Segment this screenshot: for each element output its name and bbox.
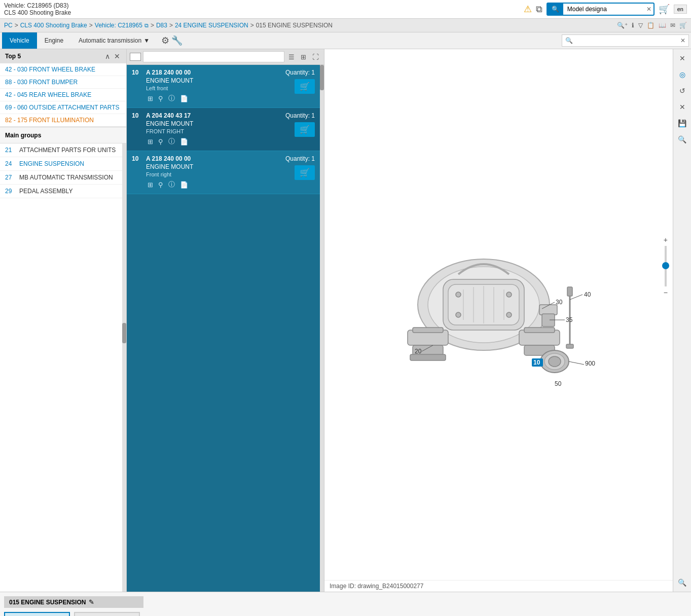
svg-text:10: 10	[533, 359, 540, 366]
breadcrumb-model[interactable]: CLS 400 Shooting Brake	[20, 22, 87, 29]
top5-item-1[interactable]: 88 - 030 FRONT BUMPER	[0, 76, 126, 89]
sidebar: Top 5 ∧ ✕ 42 - 030 FRONT WHEEL BRAKE 88 …	[0, 49, 127, 592]
part-cart-btn-0[interactable]: 🛒	[295, 79, 315, 94]
vehicle-copy-icon[interactable]: ⧉	[144, 22, 149, 29]
part-info-icon-0[interactable]: ⓘ	[167, 93, 176, 103]
parts-list-view-btn[interactable]: ☰	[286, 52, 297, 62]
breadcrumb-cart-icon[interactable]: 🛒	[679, 22, 687, 29]
group-item-21[interactable]: 21 ATTACHMENT PARTS FOR UNITS	[0, 143, 126, 157]
breadcrumb-vehicle[interactable]: Vehicle: C218965	[95, 22, 142, 29]
part-info-icon-2[interactable]: ⓘ	[167, 179, 176, 190]
cart-icon[interactable]: 🛒	[659, 4, 670, 15]
copy-icon[interactable]: ⧉	[536, 4, 542, 15]
part-link-icon-2[interactable]: ⚲	[157, 180, 165, 189]
info-icon[interactable]: ℹ	[632, 22, 634, 29]
breadcrumb-engine-suspension[interactable]: 24 ENGINE SUSPENSION	[175, 22, 248, 29]
parts-list-container: 10 A 218 240 00 00 ENGINE MOUNT Left fro…	[127, 65, 324, 592]
bottom-edit-btn[interactable]: ✎	[89, 598, 94, 606]
tab-engine[interactable]: Engine	[37, 32, 71, 49]
top5-close-btn[interactable]: ✕	[113, 52, 121, 60]
save-tool-btn[interactable]: 💾	[676, 117, 688, 129]
app-header: Vehicle: C218965 (D83) CLS 400 Shooting …	[0, 0, 691, 19]
tab-automatic-transmission[interactable]: Automatic transmission ▼	[71, 32, 157, 49]
settings-icon[interactable]: ⚙	[161, 35, 169, 46]
zoom-minus-tool-btn[interactable]: 🔍	[676, 576, 688, 589]
sidebar-scrollbar-thumb	[122, 323, 126, 343]
cross-tool-btn[interactable]: ✕	[677, 101, 687, 113]
zoom-plus-tool-btn[interactable]: 🔍	[676, 133, 688, 146]
top5-collapse-btn[interactable]: ∧	[104, 52, 111, 60]
language-badge[interactable]: en	[674, 5, 687, 14]
zoom-handle[interactable]	[662, 262, 669, 269]
search-input[interactable]	[563, 4, 644, 15]
thumbnail-0[interactable]	[4, 612, 70, 616]
svg-text:40: 40	[584, 291, 591, 298]
breadcrumb-current: 015 ENGINE SUSPENSION	[256, 22, 333, 29]
sidebar-group-scroll: 21 ATTACHMENT PARTS FOR UNITS 24 ENGINE …	[0, 143, 126, 592]
group-item-29[interactable]: 29 PEDAL ASSEMBLY	[0, 185, 126, 198]
part-table-icon-1[interactable]: ⊞	[146, 137, 155, 146]
breadcrumb-d83[interactable]: D83	[156, 22, 167, 29]
top5-item-4[interactable]: 82 - 175 FRONT ILLUMINATION	[0, 114, 126, 127]
part-row-0: 10 A 218 240 00 00 ENGINE MOUNT Left fro…	[127, 65, 320, 108]
part-row-1: 10 A 204 240 43 17 ENGINE MOUNT FRONT RI…	[127, 108, 320, 151]
svg-text:35: 35	[566, 316, 573, 323]
dropdown-chevron-icon: ▼	[143, 37, 150, 44]
part-cart-btn-1[interactable]: 🛒	[295, 122, 315, 137]
parts-table-view-btn[interactable]: ⊞	[299, 52, 308, 62]
tab-search-input[interactable]	[576, 35, 677, 46]
sidebar-scrollbar[interactable]	[122, 143, 126, 592]
close-tool-btn[interactable]: ✕	[677, 52, 687, 64]
svg-rect-19	[567, 287, 572, 296]
breadcrumb-pc[interactable]: PC	[4, 22, 13, 29]
zoom-track	[665, 246, 667, 286]
zoom-out-btn[interactable]: −	[664, 288, 668, 297]
top5-label: Top 5	[5, 53, 21, 60]
main-groups-header: Main groups	[0, 127, 126, 143]
zoom-in-icon[interactable]: 🔍⁺	[617, 22, 628, 29]
filter-icon[interactable]: ▽	[638, 22, 643, 29]
svg-rect-11	[524, 328, 555, 333]
group-item-27[interactable]: 27 MB AUTOMATIC TRANSMISSION	[0, 171, 126, 185]
part-info-1: A 204 240 43 17 ENGINE MOUNT FRONT RIGHT…	[146, 112, 274, 147]
part-link-icon-1[interactable]: ⚲	[157, 137, 165, 146]
search-button[interactable]: 🔍	[548, 4, 563, 15]
warning-icon[interactable]: ⚠	[524, 4, 532, 15]
part-qty-1: Quantity: 1 🛒	[274, 112, 315, 137]
report-icon[interactable]: 📋	[647, 22, 654, 29]
part-wis-icon-2[interactable]: 📄	[178, 180, 190, 189]
target-tool-btn[interactable]: ◎	[677, 68, 687, 81]
wis-icon[interactable]: 📖	[659, 22, 666, 29]
part-wis-icon-1[interactable]: 📄	[178, 137, 190, 146]
tools-icon[interactable]: 🔧	[171, 35, 183, 46]
zoom-in-btn[interactable]: +	[664, 236, 668, 244]
main-layout: Top 5 ∧ ✕ 42 - 030 FRONT WHEEL BRAKE 88 …	[0, 49, 691, 592]
group-item-24[interactable]: 24 ENGINE SUSPENSION	[0, 157, 126, 171]
history-tool-btn[interactable]: ↺	[677, 85, 687, 97]
part-wis-icon-0[interactable]: 📄	[178, 94, 190, 103]
tab-search-clear[interactable]: ✕	[677, 36, 688, 45]
part-info-icon-1[interactable]: ⓘ	[167, 136, 176, 147]
tab-vehicle[interactable]: Vehicle	[2, 32, 37, 49]
parts-expand-btn[interactable]: ⛶	[310, 52, 321, 62]
part-info-0: A 218 240 00 00 ENGINE MOUNT Left front …	[146, 69, 274, 103]
parts-checkbox[interactable]	[130, 53, 141, 61]
parts-scrollbar[interactable]	[320, 65, 324, 592]
part-link-icon-0[interactable]: ⚲	[157, 94, 165, 103]
part-table-icon-0[interactable]: ⊞	[146, 94, 155, 103]
part-cart-btn-2[interactable]: 🛒	[295, 165, 315, 180]
top5-item-2[interactable]: 42 - 045 REAR WHEEL BRAKE	[0, 89, 126, 101]
top5-item-0[interactable]: 42 - 030 FRONT WHEEL BRAKE	[0, 63, 126, 76]
part-row-2: 10 A 218 240 00 00 ENGINE MOUNT Front ri…	[127, 151, 320, 194]
part-table-icon-2[interactable]: ⊞	[146, 180, 155, 189]
top5-controls: ∧ ✕	[104, 52, 121, 60]
search-clear-button[interactable]: ✕	[644, 5, 653, 14]
top5-list: 42 - 030 FRONT WHEEL BRAKE 88 - 030 FRON…	[0, 63, 126, 127]
mail-icon[interactable]: ✉	[670, 22, 675, 29]
breadcrumb-actions: 🔍⁺ ℹ ▽ 📋 📖 ✉ 🛒	[617, 22, 687, 29]
part-actions-0: ⊞ ⚲ ⓘ 📄	[146, 93, 274, 103]
thumbnail-1[interactable]	[74, 612, 140, 616]
thumbnail-row	[4, 612, 687, 616]
top5-item-3[interactable]: 69 - 060 OUTSIDE ATTACHMENT PARTS	[0, 101, 126, 114]
tab-search-icon[interactable]: 🔍	[562, 37, 576, 44]
